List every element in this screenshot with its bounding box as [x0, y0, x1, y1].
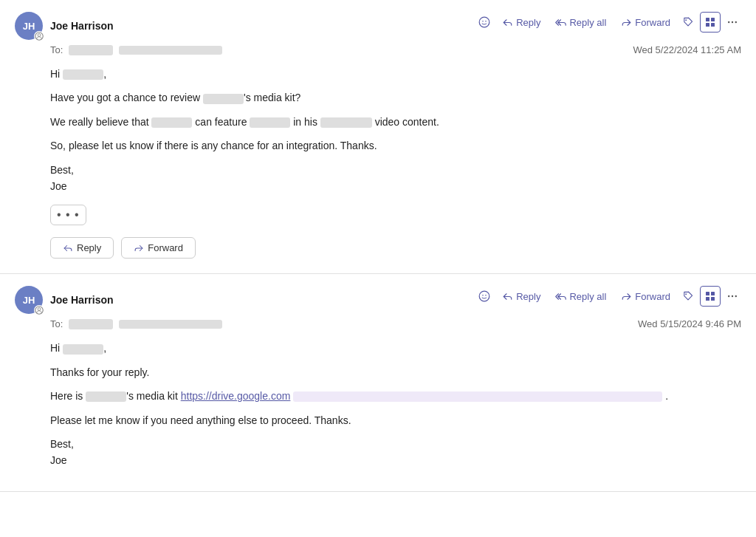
email-body-1: Hi , Have you got a chance to review 's … [15, 66, 741, 225]
email-message-1: JH Joe Harrison [0, 0, 756, 274]
svg-point-4 [485, 21, 487, 22]
inline-reply-button-1[interactable]: Reply [50, 237, 114, 259]
body-line-1-1: Hi , [50, 66, 741, 82]
to-label-2: To: [50, 318, 63, 329]
avatar-badge-2 [34, 305, 44, 315]
reply-actions-1: Reply Forward [15, 237, 741, 259]
forward-button-1[interactable]: Forward [615, 14, 676, 31]
email-header-2: JH Joe Harrison [15, 286, 741, 314]
grid-button-1[interactable] [700, 12, 721, 33]
inline-reply-label-1: Reply [77, 242, 101, 253]
dots-icon: • • • [57, 208, 80, 222]
reply-all-label-2: Reply all [569, 291, 606, 302]
body-line-1-5: Best,Joe [50, 162, 741, 195]
svg-point-5 [685, 19, 687, 21]
svg-point-3 [482, 21, 484, 22]
svg-point-16 [482, 295, 484, 296]
redacted-2-2 [86, 391, 126, 402]
redacted-4 [320, 117, 372, 128]
email-header-actions-1: Reply Reply all Forward [475, 12, 741, 33]
svg-point-17 [485, 295, 487, 296]
recipient-email-2 [119, 320, 222, 329]
svg-rect-20 [711, 292, 715, 295]
redacted-2 [151, 117, 192, 128]
email-header-left-2: JH Joe Harrison [15, 286, 114, 314]
tag-button-1[interactable] [679, 13, 697, 31]
redacted-2-1 [63, 344, 103, 355]
to-label-1: To: [50, 44, 63, 55]
email-body-2: Hi , Thanks for your reply. Here is 's m… [15, 340, 741, 468]
body-line-2-5: Best,Joe [50, 436, 741, 469]
recipient-name-1 [69, 45, 113, 55]
svg-point-15 [479, 292, 489, 302]
svg-point-1 [38, 34, 41, 37]
forward-label-2: Forward [635, 291, 670, 302]
sender-name-2: Joe Harrison [50, 294, 114, 306]
email-header-left-1: JH Joe Harrison [15, 12, 114, 40]
redacted-name-1 [63, 69, 103, 80]
more-button-2[interactable] [724, 287, 741, 305]
forward-button-2[interactable]: Forward [615, 288, 676, 305]
svg-rect-19 [706, 292, 709, 295]
inline-forward-label-1: Forward [148, 242, 183, 253]
email-header-actions-2: Reply Reply all Forward [475, 286, 741, 307]
avatar-1: JH [15, 12, 43, 40]
email-container: JH Joe Harrison [0, 0, 756, 537]
tag-button-2[interactable] [679, 287, 697, 305]
svg-rect-21 [706, 297, 709, 301]
svg-point-14 [38, 308, 41, 311]
avatar-badge-1 [34, 31, 44, 41]
show-more-button-1[interactable]: • • • [50, 205, 86, 225]
email-message-2: JH Joe Harrison [0, 274, 756, 491]
reply-label-2: Reply [516, 291, 540, 302]
svg-rect-7 [711, 18, 715, 21]
email-date-1: Wed 5/22/2024 11:25 AM [633, 44, 741, 55]
media-kit-link[interactable]: https://drive.google.com [181, 390, 291, 402]
svg-point-25 [735, 295, 737, 297]
svg-point-18 [685, 294, 687, 295]
avatar-initials-1: JH [23, 21, 35, 32]
email-header-1: JH Joe Harrison [15, 12, 741, 40]
reply-all-label-1: Reply all [569, 17, 606, 28]
reply-label-1: Reply [516, 17, 540, 28]
email-meta-1: To: Wed 5/22/2024 11:25 AM [15, 44, 741, 55]
svg-rect-9 [711, 23, 715, 27]
sender-name-1: Joe Harrison [50, 20, 114, 32]
recipient-name-2 [69, 319, 113, 329]
body-line-2-3: Here is 's media kit https://drive.googl… [50, 388, 741, 404]
body-line-1-2: Have you got a chance to review 's media… [50, 89, 741, 106]
reply-button-1[interactable]: Reply [496, 14, 546, 31]
svg-point-2 [479, 17, 489, 27]
more-button-1[interactable] [724, 13, 741, 31]
avatar-2: JH [15, 286, 43, 314]
reply-button-2[interactable]: Reply [496, 288, 546, 305]
email-date-2: Wed 5/15/2024 9:46 PM [638, 318, 741, 329]
body-line-1-3: We really believe that can feature in hi… [50, 114, 741, 130]
body-line-2-4: Please let me know if you need anything … [50, 412, 741, 428]
avatar-initials-2: JH [23, 295, 35, 306]
reply-all-button-2[interactable]: Reply all [549, 288, 612, 305]
body-line-2-2: Thanks for your reply. [50, 364, 741, 380]
email-meta-2: To: Wed 5/15/2024 9:46 PM [15, 318, 741, 329]
svg-point-10 [728, 21, 729, 23]
redacted-3 [250, 117, 290, 128]
svg-rect-8 [706, 23, 709, 27]
body-line-2-1: Hi , [50, 340, 741, 356]
svg-point-23 [728, 295, 729, 297]
emoji-button-1[interactable] [475, 13, 493, 31]
redacted-link [293, 391, 662, 402]
svg-rect-22 [711, 297, 715, 301]
forward-label-1: Forward [635, 17, 670, 28]
body-line-1-4: So, please let us know if there is any c… [50, 137, 741, 154]
emoji-button-2[interactable] [475, 287, 493, 305]
svg-point-11 [732, 21, 733, 23]
svg-point-24 [732, 295, 733, 297]
grid-button-2[interactable] [700, 286, 721, 307]
inline-forward-button-1[interactable]: Forward [121, 237, 196, 259]
svg-point-12 [735, 21, 737, 23]
reply-all-button-1[interactable]: Reply all [549, 14, 612, 31]
recipient-email-1 [119, 46, 222, 55]
redacted-1 [203, 94, 244, 104]
svg-rect-6 [706, 18, 709, 21]
